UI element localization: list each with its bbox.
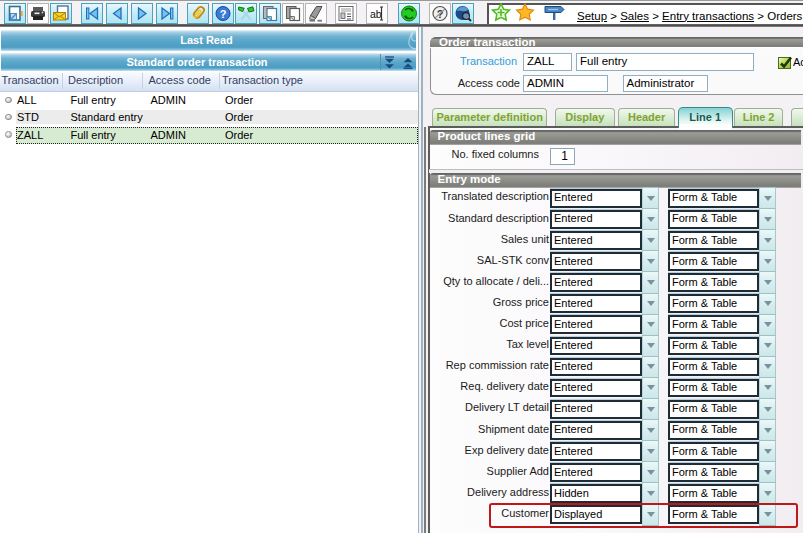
svg-text:?: ? xyxy=(219,8,226,20)
svg-text:ab: ab xyxy=(370,8,382,20)
